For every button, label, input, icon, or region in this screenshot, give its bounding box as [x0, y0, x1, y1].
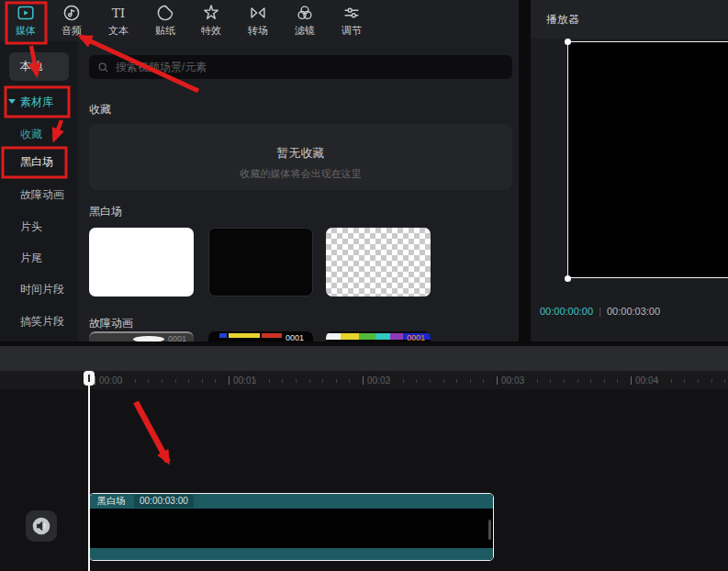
player-header: 播放器: [531, 0, 728, 39]
glitch-thumb-art: [229, 333, 260, 338]
sidebar-item-intro[interactable]: 片头: [0, 218, 78, 236]
clip-label: 黑白场: [97, 495, 125, 508]
timeline-toolbar: [0, 346, 728, 371]
ruler-label: 00:00: [95, 375, 122, 386]
sidebar-item-timesegment[interactable]: 时间片段: [0, 280, 78, 298]
sidebar-item-blackwhite[interactable]: 黑白场: [0, 152, 78, 171]
chevron-down-icon: [8, 99, 16, 104]
glitch-thumb-number: 0001: [168, 334, 186, 341]
player-timecodes: 00:00:00:00|00:00:03:00: [540, 306, 660, 317]
capcut-editor-window: 媒体 音频 TI 文本 贴纸 特效: [0, 0, 728, 571]
ruler-label: 00:01: [229, 375, 256, 386]
sidebar-item-outro[interactable]: 片尾: [0, 249, 78, 267]
ruler-label: 00:03: [497, 375, 524, 386]
nav-adjust[interactable]: 调节: [329, 3, 375, 40]
clip-filmstrip: [90, 509, 493, 548]
nav-audio-label: 音频: [49, 24, 95, 38]
glitch-thumb-number: 0001: [286, 333, 304, 341]
glitch-section-title: 故障动画: [89, 316, 133, 331]
timeline-ruler[interactable]: 00:00 00:01 00:02 00:03 00:04: [0, 371, 728, 389]
filter-icon: [295, 3, 315, 23]
nav-transition[interactable]: 转场: [235, 3, 281, 40]
nav-adjust-label: 调节: [329, 24, 375, 38]
favorites-empty-state: 暂无收藏 收藏的媒体将会出现在这里: [89, 124, 512, 190]
glitch-thumb-art: [262, 333, 282, 338]
total-duration: 00:00:03:00: [607, 306, 660, 317]
thumb-transparent-field[interactable]: [326, 228, 431, 297]
sidebar-item-glitch[interactable]: 故障动画: [0, 185, 78, 204]
adjust-icon: [342, 3, 362, 23]
blackwhite-section-title: 黑白场: [89, 204, 122, 219]
search-input[interactable]: [116, 61, 504, 73]
search-bar: [89, 55, 512, 79]
transition-icon: [248, 3, 268, 23]
nav-filter-label: 滤镜: [282, 24, 328, 38]
selection-handle-top-left[interactable]: [565, 39, 571, 45]
selection-handle-bottom-left[interactable]: [565, 275, 571, 282]
media-icon: [16, 3, 36, 23]
player-panel: 播放器 00:00:00:00|00:00:03:00: [531, 0, 728, 341]
track-mute-button[interactable]: [26, 510, 57, 542]
sidebar-item-library[interactable]: 素材库: [0, 93, 78, 111]
clip-footer: [90, 548, 493, 560]
player-preview-canvas[interactable]: [567, 41, 728, 278]
nav-sticker-label: 贴纸: [142, 24, 188, 38]
playhead-handle[interactable]: [84, 371, 95, 386]
svg-text:TI: TI: [112, 6, 126, 20]
timeline-clip-blackwhite[interactable]: 黑白场 00:00:03:00: [89, 493, 494, 561]
clip-duration-badge: 00:00:03:00: [134, 495, 194, 508]
library-sidebar: 本地 素材库 收藏 黑白场 故障动画 片头 片尾 时间片段 搞笑片段: [0, 41, 78, 341]
favorites-empty-title: 暂无收藏: [89, 145, 512, 162]
text-icon: TI: [108, 3, 129, 23]
sidebar-item-funnyclips[interactable]: 搞笑片段: [0, 312, 78, 330]
clip-header: 黑白场 00:00:03:00: [90, 494, 493, 509]
current-time: 00:00:00:00: [540, 306, 593, 317]
glitch-thumb-art: [219, 333, 227, 338]
glitch-thumb-number: 0001: [407, 333, 425, 341]
thumb-glitch-1[interactable]: 0001: [89, 331, 194, 341]
nav-text-label: 文本: [95, 24, 141, 38]
nav-audio[interactable]: 音频: [49, 3, 95, 40]
audio-icon: [62, 3, 82, 23]
thumb-black-field[interactable]: [208, 228, 313, 297]
panel-divider-vertical: [519, 0, 531, 341]
ruler-label: 00:02: [363, 375, 390, 386]
thumb-glitch-2[interactable]: 0001: [208, 331, 313, 341]
sidebar-item-favorites[interactable]: 收藏: [0, 125, 78, 143]
library-content-panel: 收藏 暂无收藏 收藏的媒体将会出现在这里 黑白场 故障动画 0001 0001 …: [78, 41, 519, 341]
thumb-white-field[interactable]: [89, 228, 194, 297]
sticker-icon: [155, 3, 175, 23]
timecode-divider: |: [599, 306, 601, 317]
nav-effects-label: 特效: [188, 24, 234, 38]
speaker-icon: [31, 516, 51, 536]
player-title: 播放器: [546, 12, 579, 28]
sidebar-library-label: 素材库: [20, 95, 53, 108]
nav-media[interactable]: 媒体: [3, 3, 49, 40]
nav-sticker[interactable]: 贴纸: [142, 3, 188, 40]
nav-media-label: 媒体: [3, 24, 49, 38]
playhead-line[interactable]: [88, 384, 90, 571]
nav-filter[interactable]: 滤镜: [282, 3, 328, 40]
search-icon: [97, 62, 109, 73]
favorites-empty-subtitle: 收藏的媒体将会出现在这里: [89, 167, 512, 181]
nav-effects[interactable]: 特效: [188, 3, 234, 40]
sidebar-item-local[interactable]: 本地: [9, 52, 69, 81]
favorites-section-title: 收藏: [89, 102, 111, 118]
ruler-label: 00:04: [631, 375, 658, 386]
top-toolbar: 媒体 音频 TI 文本 贴纸 特效: [0, 0, 519, 41]
nav-text[interactable]: TI 文本: [95, 3, 141, 40]
effects-icon: [201, 3, 221, 23]
clip-trim-handle[interactable]: [488, 520, 491, 540]
thumb-glitch-3[interactable]: 0001: [326, 331, 431, 341]
nav-transition-label: 转场: [235, 24, 281, 38]
